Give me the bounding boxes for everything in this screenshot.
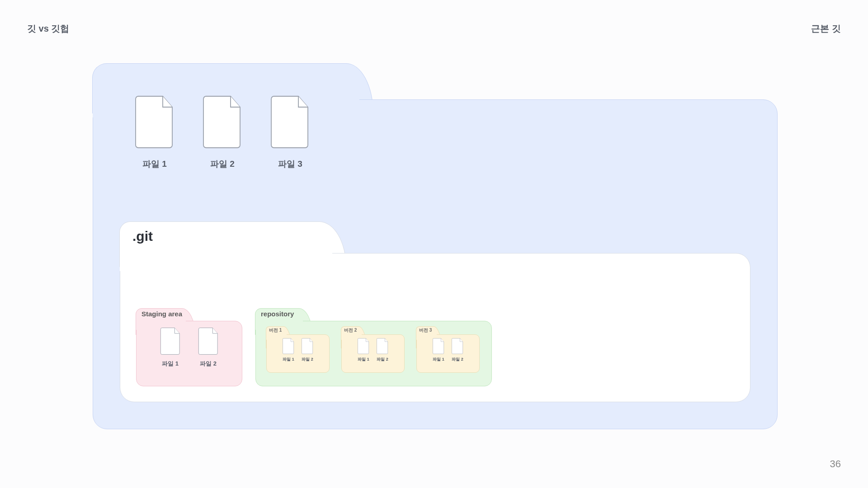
file-label: 파일 3 [278, 158, 302, 170]
header-left-label: 깃 vs 깃헙 [27, 23, 69, 35]
header-right-label: 근본 깃 [811, 23, 841, 35]
file-icon [357, 338, 370, 354]
version-files: 파일 1 파일 2 [266, 338, 330, 362]
staging-area-label: Staging area [142, 310, 182, 318]
file-item: 파일 2 [376, 338, 389, 362]
working-directory-folder: 파일 1 파일 2 파일 3 .git Staging area [93, 99, 778, 429]
version-folder: 버전 1 파일 1 파일 2 [266, 334, 330, 373]
version-label: 버전 2 [344, 327, 357, 333]
file-item: 파일 1 [282, 338, 295, 362]
file-item: 파일 1 [357, 338, 370, 362]
file-label: 파일 2 [200, 360, 217, 368]
file-label: 파일 2 [210, 158, 235, 170]
file-label: 파일 2 [377, 357, 388, 362]
file-icon [160, 327, 181, 355]
repository-label: repository [261, 310, 294, 318]
file-label: 파일 1 [358, 357, 369, 362]
git-folder-label: .git [132, 229, 153, 244]
file-label: 파일 1 [162, 360, 179, 368]
file-label: 파일 1 [433, 357, 444, 362]
staging-area-folder: Staging area 파일 1 파일 2 [136, 321, 242, 386]
file-item: 파일 1 [134, 95, 175, 170]
file-icon [202, 95, 243, 149]
working-directory-files: 파일 1 파일 2 파일 3 [134, 95, 311, 170]
file-item: 파일 1 [432, 338, 445, 362]
file-item: 파일 2 [451, 338, 464, 362]
repository-folder: repository 버전 1 파일 1 [255, 321, 492, 386]
version-files: 파일 1 파일 2 [341, 338, 405, 362]
file-icon [134, 95, 175, 149]
file-item: 파일 1 [160, 327, 181, 368]
file-icon [432, 338, 445, 354]
file-item: 파일 3 [270, 95, 311, 170]
file-label: 파일 1 [142, 158, 167, 170]
file-icon [282, 338, 295, 354]
version-label: 버전 1 [269, 327, 282, 333]
file-item: 파일 2 [301, 338, 314, 362]
file-icon [376, 338, 389, 354]
version-folder: 버전 3 파일 1 파일 2 [416, 334, 480, 373]
file-label: 파일 2 [302, 357, 313, 362]
file-item: 파일 2 [198, 327, 219, 368]
version-label: 버전 3 [419, 327, 432, 333]
version-folder: 버전 2 파일 1 파일 2 [341, 334, 405, 373]
file-icon [301, 338, 314, 354]
file-icon [270, 95, 311, 149]
file-label: 파일 2 [452, 357, 463, 362]
page-number: 36 [830, 458, 841, 470]
file-icon [451, 338, 464, 354]
file-item: 파일 2 [202, 95, 243, 170]
staging-files: 파일 1 파일 2 [136, 327, 242, 368]
file-label: 파일 1 [283, 357, 294, 362]
version-files: 파일 1 파일 2 [416, 338, 480, 362]
git-folder: .git Staging area 파일 1 [120, 253, 750, 402]
file-icon [198, 327, 219, 355]
